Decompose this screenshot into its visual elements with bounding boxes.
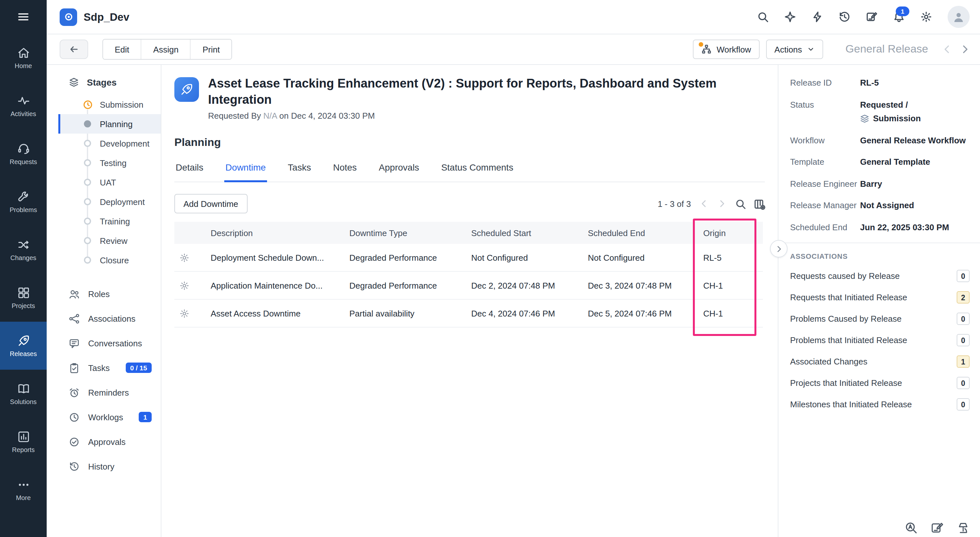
association-row[interactable]: Requests caused by Release 0 (790, 270, 970, 282)
sidebar-item-changes[interactable]: Changes (0, 226, 47, 274)
edit-button[interactable]: Edit (103, 40, 141, 59)
assign-button[interactable]: Assign (141, 40, 190, 59)
stage-uat[interactable]: UAT (58, 172, 161, 192)
association-row[interactable]: Requests that Initiated Release 2 (790, 291, 970, 304)
stage-review[interactable]: Review (58, 231, 161, 250)
sidebar-item-worklogs[interactable]: Worklogs 1 (47, 405, 161, 429)
sidebar-item-projects[interactable]: Projects (0, 274, 47, 322)
header-scheduled-end[interactable]: Scheduled End (580, 222, 695, 244)
association-label: Requests caused by Release (790, 271, 900, 281)
panel-collapse-icon[interactable] (770, 240, 788, 258)
sidebar-item-requests[interactable]: Requests (0, 130, 47, 178)
cell-scheduled-start: Dec 2, 2024 07:48 PM (463, 271, 580, 299)
sidebar-item-problems[interactable]: Problems (0, 178, 47, 226)
sidebar-item-reports[interactable]: Reports (0, 417, 47, 466)
recent-items-icon[interactable] (839, 11, 850, 23)
sidebar-item-tasks[interactable]: Tasks 0 / 15 (47, 355, 161, 380)
pagination-next-icon[interactable] (717, 198, 727, 209)
requested-by-value: N/A (264, 111, 277, 121)
row-gear-icon[interactable] (174, 244, 203, 271)
association-row[interactable]: Projects that Initiated Release 0 (790, 377, 970, 389)
next-record-icon[interactable] (959, 43, 971, 55)
association-row[interactable]: Milestones that Initiated Release 0 (790, 398, 970, 411)
user-avatar[interactable] (948, 6, 970, 28)
sidebar-item-home[interactable]: Home (0, 34, 47, 82)
sidebar-item-associations[interactable]: Associations (47, 306, 161, 331)
stage-testing[interactable]: Testing (58, 153, 161, 172)
tab-tasks[interactable]: Tasks (286, 158, 312, 182)
stage-development[interactable]: Development (58, 134, 161, 153)
sidebar-item-approvals[interactable]: Approvals (47, 429, 161, 454)
column-settings-icon[interactable] (754, 198, 765, 209)
tab-details[interactable]: Details (174, 158, 205, 182)
workflow-button[interactable]: Workflow (692, 40, 759, 59)
add-downtime-button[interactable]: Add Downtime (174, 194, 247, 214)
cell-origin: CH-1 (695, 271, 763, 299)
workflow-badge-dot (698, 42, 703, 47)
tab-status-comments[interactable]: Status Comments (440, 158, 515, 182)
back-button[interactable] (60, 40, 88, 59)
stage-training[interactable]: Training (58, 212, 161, 231)
association-row[interactable]: Problems that Initiated Release 0 (790, 334, 970, 346)
row-gear-icon[interactable] (174, 299, 203, 327)
notifications-icon[interactable]: 1 (893, 11, 905, 23)
row-gear-icon[interactable] (174, 271, 203, 299)
lamp-icon[interactable] (957, 521, 970, 534)
search-icon[interactable] (757, 11, 769, 23)
table-row[interactable]: Asset Access Downtime Partial availabili… (174, 299, 763, 327)
panel-divider (778, 242, 980, 243)
quick-actions-icon[interactable] (811, 11, 823, 23)
stage-deployment[interactable]: Deployment (58, 192, 161, 212)
header-origin[interactable]: Origin (695, 222, 763, 244)
app-logo[interactable] (60, 8, 77, 25)
header-scheduled-start[interactable]: Scheduled Start (463, 222, 580, 244)
stages-header: Stages (47, 74, 161, 91)
feedback-note-icon[interactable] (931, 521, 944, 534)
stage-submission[interactable]: Submission (58, 95, 161, 114)
stage-label: Training (100, 216, 130, 226)
more-icon (16, 478, 30, 492)
sidebar-item-label: Approvals (88, 437, 126, 446)
sidebar-item-label: Reminders (88, 387, 129, 397)
font-zoom-icon[interactable] (905, 521, 918, 534)
table-row[interactable]: Deployment Schedule Down... Degraded Per… (174, 244, 763, 271)
print-button[interactable]: Print (190, 40, 231, 59)
actions-button[interactable]: Actions (766, 40, 824, 59)
sidebar-item-roles[interactable]: Roles (47, 282, 161, 306)
header-downtime-type[interactable]: Downtime Type (342, 222, 463, 244)
settings-icon[interactable] (920, 11, 932, 23)
sidebar-item-releases[interactable]: Releases (0, 322, 47, 370)
stage-label: Planning (100, 119, 132, 129)
association-label: Associated Changes (790, 357, 867, 366)
sidebar-item-reminders[interactable]: Reminders (47, 380, 161, 405)
tab-approvals[interactable]: Approvals (377, 158, 421, 182)
header-description[interactable]: Description (203, 222, 342, 244)
rail-item-label: More (16, 495, 31, 501)
table-row[interactable]: Application Maintenence Do... Degraded P… (174, 271, 763, 299)
rail-item-label: Releases (10, 351, 37, 357)
sidebar-item-history[interactable]: History (47, 454, 161, 479)
tab-notes[interactable]: Notes (332, 158, 358, 182)
sidebar-item-solutions[interactable]: Solutions (0, 370, 47, 417)
field-label: Release ID (790, 76, 860, 89)
rail-item-label: Reports (12, 447, 35, 453)
tab-downtime[interactable]: Downtime (224, 158, 267, 182)
sidebar-item-conversations[interactable]: Conversations (47, 331, 161, 355)
tasks-icon (69, 362, 80, 373)
stage-planning[interactable]: Planning (58, 114, 161, 134)
sidebar-item-activities[interactable]: Activities (0, 82, 47, 130)
record-sidebar: Stages Submission Planning Development (47, 65, 161, 537)
association-row[interactable]: Associated Changes 1 (790, 355, 970, 368)
sidebar-item-more[interactable]: More (0, 466, 47, 514)
stage-closure[interactable]: Closure (58, 250, 161, 270)
feedback-icon[interactable] (866, 11, 878, 23)
association-row[interactable]: Problems Caused by Release 0 (790, 312, 970, 325)
menu-icon[interactable] (0, 0, 47, 34)
list-search-icon[interactable] (735, 198, 746, 209)
home-icon (16, 46, 30, 60)
stage-dot-icon (84, 120, 91, 127)
sidebar-item-label: Tasks (88, 363, 110, 373)
zia-icon[interactable] (784, 11, 796, 23)
previous-record-icon[interactable] (941, 43, 953, 55)
pagination-prev-icon[interactable] (699, 198, 709, 209)
